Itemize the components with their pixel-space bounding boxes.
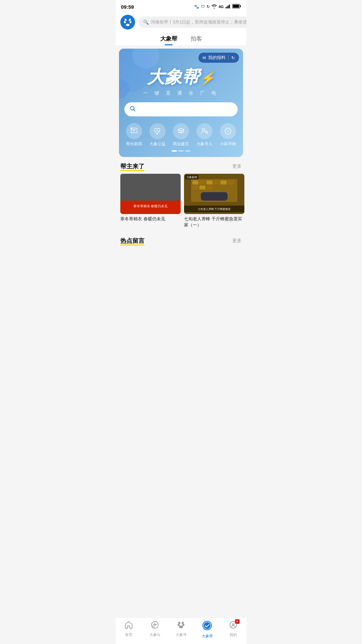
svg-rect-3 bbox=[229, 4, 230, 8]
tab-paike[interactable]: 拍客 bbox=[191, 35, 202, 45]
svg-rect-39 bbox=[199, 180, 205, 184]
header: 🔍 河南你早丨3月1日起，郑州这项政策停止；乘坐进... bbox=[116, 12, 246, 32]
dot-1 bbox=[172, 150, 177, 152]
tabs-bar: 大象帮 拍客 bbox=[116, 32, 246, 45]
battery-icon bbox=[232, 4, 241, 9]
bangzhu-section-header: 帮主来了 更多 bbox=[116, 157, 246, 174]
svg-rect-47 bbox=[201, 192, 228, 201]
envelope-icon: ✉ bbox=[202, 55, 206, 60]
svg-point-11 bbox=[128, 18, 131, 21]
svg-rect-0 bbox=[226, 7, 227, 8]
banner-search[interactable] bbox=[124, 102, 238, 116]
svg-text:寒冬寄棉衣  春暖仍未见: 寒冬寄棉衣 春暖仍未见 bbox=[135, 205, 166, 209]
svg-rect-27 bbox=[120, 174, 181, 214]
svg-rect-29 bbox=[144, 191, 157, 202]
my-report-button[interactable]: ✉ 我的报料 ↻ bbox=[198, 53, 239, 63]
svg-rect-1 bbox=[227, 6, 228, 8]
svg-point-28 bbox=[145, 180, 156, 191]
hot-comments-area bbox=[116, 248, 246, 268]
svg-point-10 bbox=[124, 18, 127, 21]
hotcomment-title: 热点留言 bbox=[120, 237, 144, 245]
gongyi-icon bbox=[149, 123, 166, 139]
signal-bars-icon bbox=[225, 4, 231, 9]
carousel-dots bbox=[119, 148, 243, 154]
banner-main-title: 大象帮⚡ bbox=[147, 65, 215, 89]
svg-rect-41 bbox=[214, 180, 220, 184]
bangzhu-more[interactable]: 更多 bbox=[232, 163, 242, 169]
hotcomment-more[interactable]: 更多 bbox=[232, 238, 242, 244]
quick-item-xunren[interactable]: 大象寻人 bbox=[196, 123, 213, 147]
banner-subtitle: 一 键 直 通 全 广 电 bbox=[126, 90, 236, 96]
svg-rect-34 bbox=[121, 175, 135, 179]
svg-rect-38 bbox=[192, 180, 198, 184]
svg-line-16 bbox=[134, 110, 135, 111]
bangzhu-title: 帮主来了 bbox=[120, 162, 144, 170]
card-2-image: 大象新闻 七旬老人养蜂 千斤蜂蜜难卖 bbox=[184, 174, 244, 214]
bangzhu-cards: 寒冬寄棉衣 春暖仍未见 台州市台 寒冬寄棉衣 春暖仍未见 bbox=[116, 174, 246, 231]
card-2-title: 七旬老人养蜂 千斤蜂蜜急需买家（一） bbox=[184, 216, 244, 228]
banner-search-icon bbox=[130, 106, 136, 113]
svg-line-23 bbox=[207, 133, 208, 134]
report-label: 我的报料 bbox=[208, 55, 226, 61]
svg-text:七旬老人养蜂  千斤蜂蜜难卖: 七旬老人养蜂 千斤蜂蜜难卖 bbox=[198, 208, 231, 211]
paw-icon: 🐾 bbox=[194, 4, 199, 9]
quick-item-bangban[interactable]: 帮办新闻 bbox=[126, 123, 142, 147]
xunren-icon bbox=[196, 123, 213, 139]
svg-point-21 bbox=[202, 128, 205, 131]
svg-point-8 bbox=[124, 21, 126, 23]
4g-icon: 4G bbox=[219, 5, 224, 9]
bangban-icon bbox=[126, 123, 142, 139]
svg-text:台州市台: 台州市台 bbox=[123, 176, 133, 179]
svg-point-7 bbox=[126, 24, 129, 26]
hotcomment-section-header: 热点留言 更多 bbox=[116, 231, 246, 248]
xunwu-label: 小莉寻物 bbox=[220, 141, 236, 147]
app-logo[interactable] bbox=[120, 15, 135, 30]
xunwu-icon bbox=[220, 123, 236, 139]
svg-point-9 bbox=[129, 21, 132, 23]
svg-rect-20 bbox=[131, 127, 132, 129]
card-1-image: 寒冬寄棉衣 春暖仍未见 台州市台 bbox=[120, 174, 181, 214]
dot-2 bbox=[178, 150, 184, 152]
tab-daxiangbang[interactable]: 大象帮 bbox=[160, 35, 177, 45]
svg-rect-31 bbox=[155, 191, 160, 201]
wifi-icon bbox=[212, 4, 217, 9]
gongyi-label: 大象公益 bbox=[149, 141, 166, 147]
quick-item-gongyi[interactable]: 大象公益 bbox=[149, 123, 166, 147]
status-time: 09:59 bbox=[121, 4, 134, 10]
search-bar[interactable]: 🔍 河南你早丨3月1日起，郑州这项政策停止；乘坐进... bbox=[138, 16, 246, 28]
svg-rect-6 bbox=[240, 5, 241, 7]
lianghuijianyan-label: 两会建言 bbox=[173, 141, 189, 147]
svg-rect-43 bbox=[228, 180, 234, 184]
svg-rect-2 bbox=[228, 5, 229, 8]
svg-rect-44 bbox=[192, 185, 198, 190]
banner: ✉ 我的报料 ↻ 大象帮⚡ 一 键 直 通 全 广 电 bbox=[119, 49, 243, 157]
quick-item-xunwu[interactable]: 小莉寻物 bbox=[220, 123, 236, 147]
svg-rect-5 bbox=[233, 5, 239, 8]
search-icon: 🔍 bbox=[143, 19, 149, 25]
svg-rect-46 bbox=[206, 185, 213, 190]
quick-item-lianghuijianyan[interactable]: 两会建言 bbox=[173, 123, 189, 147]
quick-icons: 帮办新闻 大象公益 bbox=[119, 120, 243, 148]
svg-rect-32 bbox=[120, 203, 181, 211]
card-1[interactable]: 寒冬寄棉衣 春暖仍未见 台州市台 寒冬寄棉衣 春暖仍未见 bbox=[120, 174, 181, 228]
svg-rect-30 bbox=[141, 191, 146, 201]
svg-text:大象新闻: 大象新闻 bbox=[186, 176, 197, 179]
lightning-icon: ⚡ bbox=[199, 71, 215, 85]
status-bar: 09:59 🐾 🛡 ↻ 4G bbox=[116, 0, 246, 12]
svg-rect-40 bbox=[206, 180, 213, 184]
card-1-title: 寒冬寄棉衣 春暖仍未见 bbox=[120, 216, 181, 222]
refresh-icon: ↻ bbox=[231, 55, 235, 60]
xunren-label: 大象寻人 bbox=[196, 141, 213, 147]
card-2[interactable]: 大象新闻 七旬老人养蜂 千斤蜂蜜难卖 七旬老人养蜂 千斤蜂蜜急需买家（一） bbox=[184, 174, 244, 228]
dot-3 bbox=[185, 150, 190, 152]
status-icons: 🐾 🛡 ↻ 4G bbox=[194, 4, 241, 9]
svg-rect-42 bbox=[221, 180, 227, 184]
signal-icon: ↻ bbox=[206, 4, 210, 9]
search-placeholder-text: 河南你早丨3月1日起，郑州这项政策停止；乘坐进... bbox=[151, 19, 246, 25]
svg-rect-45 bbox=[199, 185, 205, 190]
lianghuijianyan-icon bbox=[173, 123, 189, 139]
shield-icon: 🛡 bbox=[201, 4, 205, 9]
bangban-label: 帮办新闻 bbox=[126, 141, 142, 147]
